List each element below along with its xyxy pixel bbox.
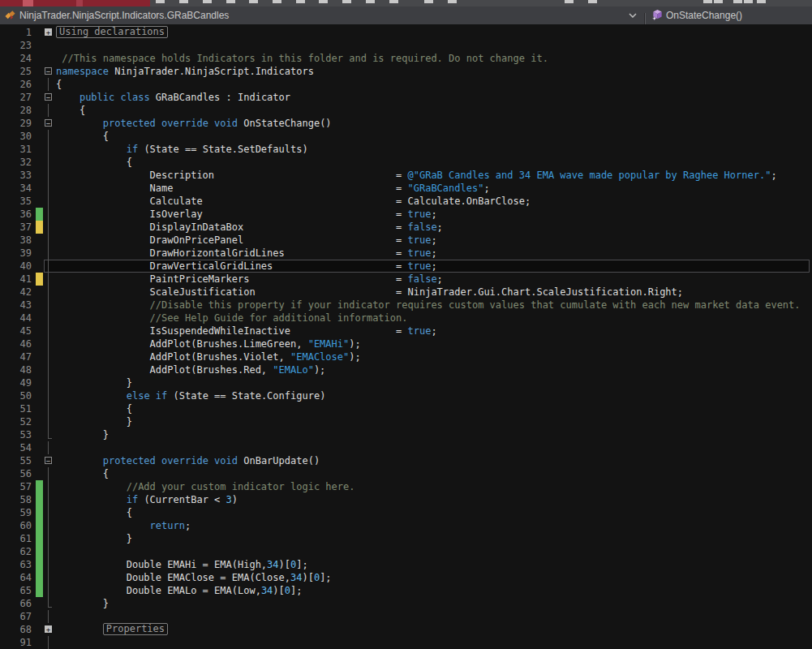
code-line-91[interactable]: 91 <box>0 636 812 649</box>
line-number: 28 <box>0 104 36 117</box>
toolbar-icon-stub[interactable] <box>733 0 742 3</box>
code-line-63[interactable]: 63 Double EMAHi = EMA(High,34)[0]; <box>0 558 812 571</box>
toolbar-icon-stub[interactable] <box>703 0 712 3</box>
code-text <box>54 441 812 454</box>
code-line-43[interactable]: 43 //Disable this property if your indic… <box>0 299 812 312</box>
code-line-53[interactable]: 53 } <box>0 428 812 441</box>
toolbar-icon-stub[interactable] <box>389 0 398 3</box>
code-line-40[interactable]: 40 DrawVerticalGridLines = true; <box>0 260 812 273</box>
fold-margin[interactable]: − <box>43 117 54 130</box>
toolbar-icon-stub[interactable] <box>342 0 351 3</box>
code-line-57[interactable]: 57 //Add your custom indicator logic her… <box>0 480 812 493</box>
code-line-49[interactable]: 49 } <box>0 376 812 389</box>
code-line-52[interactable]: 52 } <box>0 415 812 428</box>
collapsed-region-using-declarations[interactable]: Using declarations <box>56 26 168 38</box>
code-line-66[interactable]: 66 } <box>0 597 812 610</box>
fold-guide-line <box>48 363 49 376</box>
fold-margin[interactable]: − <box>43 454 54 467</box>
expand-fold-icon[interactable]: + <box>45 625 52 633</box>
toolbar-icon-stub[interactable] <box>714 0 723 3</box>
code-line-58[interactable]: 58 if (CurrentBar < 3) <box>0 493 812 506</box>
line-number: 44 <box>0 312 36 324</box>
collapse-fold-icon[interactable]: − <box>45 119 52 127</box>
code-line-50[interactable]: 50 else if (State == State.Configure) <box>0 389 812 402</box>
code-line-27[interactable]: 27− public class GRaBCandles : Indicator <box>0 91 812 104</box>
toolbar-icon-stub[interactable] <box>249 0 258 3</box>
code-line-67[interactable]: 67 <box>0 610 812 623</box>
line-number: 65 <box>0 584 36 597</box>
member-dropdown[interactable]: OnStateChange() <box>647 6 812 24</box>
toolbar-icon-stub[interactable] <box>319 0 328 3</box>
collapse-fold-icon[interactable]: − <box>45 67 52 75</box>
code-line-33[interactable]: 33 Description = @"GRaB Candles and 34 E… <box>0 169 812 182</box>
code-line-44[interactable]: 44 //See Help Guide for additional infor… <box>0 312 812 324</box>
code-line-59[interactable]: 59 { <box>0 506 812 519</box>
code-line-26[interactable]: 26{ <box>0 78 812 91</box>
code-line-62[interactable]: 62 <box>0 545 812 558</box>
collapsed-region-properties[interactable]: Properties <box>103 623 168 635</box>
collapse-fold-icon[interactable]: − <box>45 457 52 464</box>
fold-margin[interactable]: − <box>43 91 54 104</box>
expand-fold-icon[interactable]: + <box>45 28 52 36</box>
type-dropdown-label: NinjaTrader.NinjaScript.Indicators.GRaBC… <box>19 6 229 24</box>
type-dropdown[interactable]: NinjaTrader.NinjaScript.Indicators.GRaBC… <box>0 6 643 24</box>
code-line-37[interactable]: 37 DisplayInDataBox = false; <box>0 221 812 234</box>
toolbar-icon-stub[interactable] <box>296 0 305 3</box>
code-line-32[interactable]: 32 { <box>0 156 812 169</box>
code-line-48[interactable]: 48 AddPlot(Brushes.Red, "EMALo"); <box>0 363 812 376</box>
code-line-30[interactable]: 30 { <box>0 130 812 143</box>
code-line-41[interactable]: 41 PaintPriceMarkers = false; <box>0 273 812 286</box>
toolbar-icon-stub[interactable] <box>179 0 188 3</box>
code-line-54[interactable]: 54 <box>0 441 812 454</box>
toolbar-icon-stub[interactable] <box>588 0 597 3</box>
code-line-31[interactable]: 31 if (State == State.SetDefaults) <box>0 143 812 156</box>
code-line-46[interactable]: 46 AddPlot(Brushes.LimeGreen, "EMAHi"); <box>0 337 812 350</box>
toolbar-icon-stub[interactable] <box>448 0 457 3</box>
code-line-35[interactable]: 35 Calculate = Calculate.OnBarClose; <box>0 195 812 208</box>
toolbar-icon-stub[interactable] <box>273 0 281 3</box>
code-text: protected override void OnStateChange() <box>54 117 812 130</box>
line-number: 68 <box>0 623 36 636</box>
code-line-68[interactable]: 68+ Properties <box>0 623 812 636</box>
code-line-65[interactable]: 65 Double EMALo = EMA(Low,34)[0]; <box>0 584 812 597</box>
code-line-60[interactable]: 60 return; <box>0 519 812 532</box>
code-line-1[interactable]: 1+Using declarations <box>0 26 812 39</box>
code-line-56[interactable]: 56 { <box>0 467 812 480</box>
fold-margin[interactable]: − <box>43 65 54 78</box>
code-line-61[interactable]: 61 } <box>0 532 812 545</box>
code-line-25[interactable]: 25−namespace NinjaTrader.NinjaScript.Ind… <box>0 65 812 78</box>
code-line-38[interactable]: 38 DrawOnPricePanel = true; <box>0 234 812 247</box>
toolbar-icon-stub[interactable] <box>226 0 235 3</box>
toolbar-icon-stub[interactable] <box>744 0 753 3</box>
toolbar-icon-stub[interactable] <box>366 0 375 3</box>
code-line-55[interactable]: 55− protected override void OnBarUpdate(… <box>0 454 812 467</box>
code-line-51[interactable]: 51 { <box>0 402 812 415</box>
line-number: 38 <box>0 234 36 247</box>
code-line-29[interactable]: 29− protected override void OnStateChang… <box>0 117 812 130</box>
toolbar-icon-stub[interactable] <box>203 0 212 3</box>
code-line-36[interactable]: 36 IsOverlay = true; <box>0 208 812 221</box>
toolbar-icon-stub[interactable] <box>424 0 433 3</box>
code-line-34[interactable]: 34 Name = "GRaBCandles"; <box>0 182 812 195</box>
fold-margin[interactable]: + <box>43 623 54 636</box>
code-line-42[interactable]: 42 ScaleJustification = NinjaTrader.Gui.… <box>0 286 812 299</box>
toolbar-icon-stub[interactable] <box>156 0 165 3</box>
toolbar-icon-stub[interactable] <box>757 0 766 3</box>
code-line-24[interactable]: 24 //This namespace holds Indicators in … <box>0 52 812 65</box>
code-line-39[interactable]: 39 DrawHorizontalGridLines = true; <box>0 247 812 260</box>
code-editor[interactable]: 1+Using declarations2324 //This namespac… <box>0 24 812 649</box>
change-mark-yellow <box>36 273 43 286</box>
fold-margin <box>43 493 54 506</box>
code-line-23[interactable]: 23 <box>0 39 812 52</box>
fold-margin[interactable]: + <box>43 26 54 39</box>
code-line-47[interactable]: 47 AddPlot(Brushes.Violet, "EMAClose"); <box>0 350 812 363</box>
toolbar-icon-stub[interactable] <box>565 0 574 3</box>
chevron-down-icon[interactable] <box>627 6 638 24</box>
line-number: 24 <box>0 52 36 65</box>
code-line-64[interactable]: 64 Double EMAClose = EMA(Close,34)[0]; <box>0 571 812 584</box>
code-line-28[interactable]: 28 { <box>0 104 812 117</box>
code-line-45[interactable]: 45 IsSuspendedWhileInactive = true; <box>0 324 812 337</box>
code-text <box>54 636 812 649</box>
fold-guide-line <box>48 584 49 597</box>
collapse-fold-icon[interactable]: − <box>45 93 52 101</box>
